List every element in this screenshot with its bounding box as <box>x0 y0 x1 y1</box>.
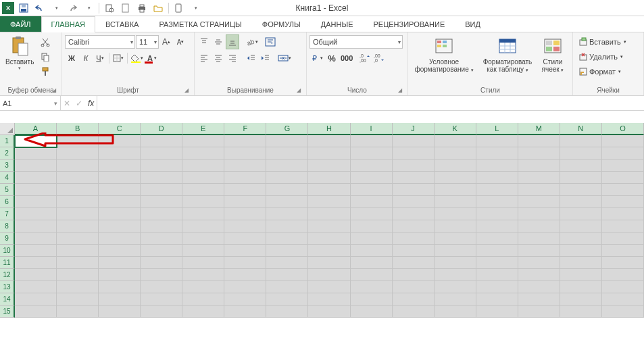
cell[interactable] <box>308 269 350 281</box>
cell[interactable] <box>308 245 350 257</box>
cell[interactable] <box>182 147 224 160</box>
tab-page-layout[interactable]: РАЗМЕТКА СТРАНИЦЫ <box>149 16 251 32</box>
column-header[interactable]: G <box>266 123 308 135</box>
cell[interactable] <box>99 220 141 233</box>
cell[interactable] <box>224 196 266 208</box>
cell[interactable] <box>602 220 644 233</box>
cell[interactable] <box>476 172 518 184</box>
column-header[interactable]: A <box>15 123 57 135</box>
cell[interactable] <box>560 172 602 184</box>
cell[interactable] <box>435 184 476 196</box>
cell[interactable] <box>308 257 350 269</box>
number-format-combo[interactable]: Общий <box>309 35 403 49</box>
cell[interactable] <box>560 233 602 245</box>
tab-formulas[interactable]: ФОРМУЛЫ <box>252 16 311 32</box>
cell[interactable] <box>266 293 308 306</box>
tab-file[interactable]: ФАЙЛ <box>0 16 41 32</box>
cell[interactable] <box>266 233 308 245</box>
cell[interactable] <box>182 184 224 196</box>
cell[interactable] <box>15 293 57 306</box>
cell[interactable] <box>560 220 602 233</box>
cell[interactable] <box>518 184 560 196</box>
format-painter-icon[interactable] <box>38 64 53 79</box>
align-bottom-icon[interactable] <box>226 34 239 49</box>
cell[interactable] <box>57 257 99 269</box>
cell[interactable] <box>435 269 476 281</box>
increase-font-icon[interactable]: A▴ <box>159 34 173 49</box>
tab-data[interactable]: ДАННЫЕ <box>311 16 364 32</box>
column-header[interactable]: H <box>308 123 350 135</box>
cell[interactable] <box>141 233 182 245</box>
cell[interactable] <box>182 306 224 318</box>
quick-print-icon[interactable] <box>134 1 149 15</box>
cell[interactable] <box>57 196 99 208</box>
cell[interactable] <box>224 293 266 306</box>
align-left-icon[interactable] <box>197 51 211 66</box>
cell[interactable] <box>99 196 141 208</box>
cell[interactable] <box>15 245 57 257</box>
cell[interactable] <box>435 306 476 318</box>
cell[interactable] <box>57 233 99 245</box>
cell[interactable] <box>57 184 99 196</box>
clipboard-launcher-icon[interactable]: ◢ <box>49 85 59 95</box>
cell[interactable] <box>435 172 476 184</box>
cell[interactable] <box>476 135 518 147</box>
cell[interactable] <box>99 245 141 257</box>
row-header[interactable]: 10 <box>0 245 15 257</box>
insert-cells-button[interactable]: Вставить▾ <box>576 34 629 49</box>
cell[interactable] <box>141 160 182 172</box>
cell[interactable] <box>266 208 308 220</box>
cell[interactable] <box>560 293 602 306</box>
cell[interactable] <box>182 220 224 233</box>
cell[interactable] <box>602 184 644 196</box>
cell[interactable] <box>308 172 350 184</box>
cell[interactable] <box>99 208 141 220</box>
cell[interactable] <box>224 147 266 160</box>
cell[interactable] <box>15 220 57 233</box>
cell[interactable] <box>141 245 182 257</box>
cell[interactable] <box>141 293 182 306</box>
cell[interactable] <box>602 233 644 245</box>
cell[interactable] <box>141 208 182 220</box>
borders-icon[interactable]: ▾ <box>112 51 125 66</box>
column-header[interactable]: N <box>560 123 602 135</box>
cell[interactable] <box>560 196 602 208</box>
cell[interactable] <box>476 245 518 257</box>
cell[interactable] <box>560 147 602 160</box>
column-header[interactable]: E <box>182 123 224 135</box>
cell[interactable] <box>15 233 57 245</box>
cell[interactable] <box>602 135 644 147</box>
cell[interactable] <box>560 306 602 318</box>
cell[interactable] <box>351 281 393 293</box>
cell[interactable] <box>393 135 435 147</box>
cell[interactable] <box>435 293 476 306</box>
cell[interactable] <box>224 233 266 245</box>
cell[interactable] <box>351 196 393 208</box>
cell[interactable] <box>99 233 141 245</box>
enter-formula-icon[interactable]: ✓ <box>76 99 82 108</box>
cell[interactable] <box>15 306 57 318</box>
cell[interactable] <box>602 147 644 160</box>
row-header[interactable]: 12 <box>0 269 15 281</box>
cell[interactable] <box>476 269 518 281</box>
cell[interactable] <box>57 208 99 220</box>
cell[interactable] <box>57 160 99 172</box>
delete-cells-button[interactable]: Удалить▾ <box>576 49 626 64</box>
cell[interactable] <box>15 147 57 160</box>
cell[interactable] <box>435 281 476 293</box>
cell[interactable] <box>602 281 644 293</box>
column-header[interactable]: B <box>57 123 99 135</box>
cell[interactable] <box>393 281 435 293</box>
column-header[interactable]: M <box>518 123 560 135</box>
cell[interactable] <box>351 269 393 281</box>
cell[interactable] <box>476 306 518 318</box>
tab-home[interactable]: ГЛАВНАЯ <box>41 16 95 32</box>
merge-center-icon[interactable]: ▾ <box>276 51 293 66</box>
cell[interactable] <box>476 281 518 293</box>
cell[interactable] <box>351 293 393 306</box>
row-header[interactable]: 9 <box>0 233 15 245</box>
cell[interactable] <box>99 269 141 281</box>
font-color-icon[interactable]: А▾ <box>145 51 159 66</box>
name-box[interactable]: A1 <box>0 96 61 110</box>
column-header[interactable]: C <box>99 123 141 135</box>
